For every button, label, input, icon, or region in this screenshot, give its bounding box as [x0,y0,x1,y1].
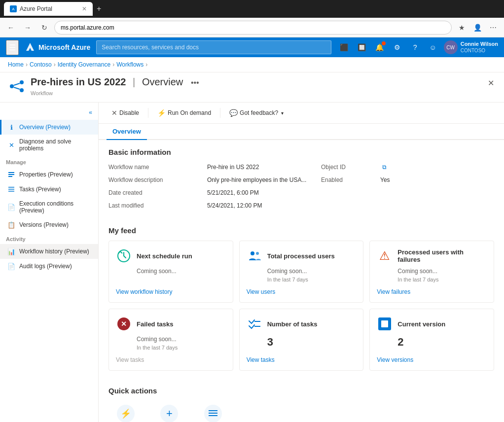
page-actions: ✕ [486,76,496,90]
notifications-icon[interactable]: 🔔 [373,40,387,54]
browser-tab[interactable]: A Azure Portal ✕ [4,2,93,16]
info-label-enabled: Enabled [321,175,380,185]
sidebar-item-overview[interactable]: ℹ Overview (Preview) [0,120,98,135]
sidebar-item-properties[interactable]: Properties (Preview) [0,167,98,182]
global-search[interactable] [96,40,331,54]
user-info: Connie Wilson CONTOSO [461,41,498,53]
view-versions-link[interactable]: View versions [377,352,487,363]
sidebar-label-versions: Versions (Preview) [19,221,69,228]
basic-info-title: Basic information [108,148,494,156]
settings-icon[interactable]: ⚙ [391,40,404,54]
current-version-title: Current version [397,320,445,328]
svg-rect-9 [8,189,14,190]
feedback-button[interactable]: 💬 Got feedback? ▾ [224,106,288,119]
feedback-icon[interactable]: ☺ [426,40,440,54]
extensions-button[interactable]: ★ [455,21,468,35]
disable-button[interactable]: ✕ Disable [107,106,144,119]
hamburger-menu[interactable]: ☰ [6,40,19,55]
number-of-tasks-icon [247,316,262,332]
feedback-dropdown-icon: ▾ [281,110,284,116]
help-icon[interactable]: ? [408,40,422,54]
address-bar[interactable] [54,21,452,35]
breadcrumb-workflows[interactable]: Workflows [116,61,144,68]
current-version-icon [377,316,393,332]
browser-chrome: A Azure Portal ✕ + [0,0,504,18]
info-grid: Workflow name Pre-hire in US 2022 Object… [108,162,494,211]
run-label: Run On demand [168,109,211,116]
svg-rect-7 [8,176,12,177]
sidebar-item-tasks[interactable]: Tasks (Preview) [0,182,98,197]
tab-bar: Overview [99,124,504,140]
page-type: Workflow [31,90,201,96]
cloud-shell-icon[interactable]: ⬛ [337,40,351,54]
svg-rect-17 [209,413,217,414]
info-value-object-id: ⧉ [380,162,494,172]
sidebar-label-diagnose: Diagnose and solve problems [19,138,92,152]
page-close-button[interactable]: ✕ [486,76,496,90]
copy-object-id-button[interactable]: ⧉ [382,164,387,171]
user-avatar: CW [444,40,458,54]
view-failures-link[interactable]: View failures [377,284,487,295]
feedback-label: Got feedback? [240,109,278,116]
card-processed-failures: ⚠ Processed users with failures Coming s… [369,241,494,303]
failed-tasks-subtitle: Coming soon... [137,336,226,343]
breadcrumb-home[interactable]: Home [8,61,24,68]
info-label-date-created: Date created [108,188,207,198]
notification-badge [382,41,386,45]
svg-point-1 [20,80,24,84]
view-users-link[interactable]: View users [247,284,357,295]
info-label-description: Workflow description [108,175,207,185]
new-tab-button[interactable]: + [97,4,101,13]
properties-icon [7,171,15,178]
view-history-icon [204,405,222,422]
svg-rect-6 [8,174,14,175]
content-area: « ℹ Overview (Preview) ✕ Diagnose and so… [0,103,504,422]
info-value-enabled: Yes [380,175,494,185]
view-workflow-history-link[interactable]: View workflow history [116,284,226,295]
quick-action-run-demand[interactable]: ⚡ Run on demand [108,405,143,422]
more-tools-button[interactable]: ⋯ [486,21,500,35]
svg-rect-16 [209,410,217,411]
sidebar-label-tasks: Tasks (Preview) [19,186,61,193]
tab-overview[interactable]: Overview [107,124,147,140]
sidebar-item-workflow-history[interactable]: 📊 Workflow history (Preview) [0,244,98,259]
breadcrumb-identity-governance[interactable]: Identity Governance [58,61,110,68]
forward-button[interactable]: → [21,21,35,35]
sidebar-item-diagnose[interactable]: ✕ Diagnose and solve problems [0,135,98,155]
sidebar-label-properties: Properties (Preview) [19,171,73,178]
user-profile[interactable]: CW Connie Wilson CONTOSO [444,40,498,54]
failed-tasks-icon: ✕ [116,316,132,332]
info-value-description: Only pre-hire employees in the USA... [207,175,321,185]
directory-icon[interactable]: 🔲 [355,40,369,54]
failed-tasks-timeframe: In the last 7 days [137,345,226,351]
info-label-last-modified: Last modified [108,201,207,211]
tab-title: Azure Portal [20,5,52,12]
page-header-left: Pre-hires in US 2022 | Overview ••• Work… [8,76,201,96]
card-header-total-processed: Total processed users [247,248,357,264]
sidebar-item-execution-conditions[interactable]: 📄 Execution conditions (Preview) [0,197,98,217]
card-number-of-tasks: Number of tasks 3 View tasks [239,309,364,371]
total-processed-subtitle: Coming soon... [267,268,357,275]
card-header-processed-failures: ⚠ Processed users with failures [377,248,487,264]
profile-button[interactable]: 👤 [470,21,484,35]
sidebar-collapse-button[interactable]: « [89,109,92,116]
browser-toolbar: ← → ↻ ★ 👤 ⋯ [0,18,504,37]
my-feed-section: My feed Next schedul [99,218,504,379]
close-tab-button[interactable]: ✕ [82,5,87,12]
more-options-button[interactable]: ••• [189,76,201,89]
svg-point-13 [256,252,259,255]
card-total-processed: Total processed users Coming soon... In … [239,241,364,303]
back-button[interactable]: ← [4,21,18,35]
breadcrumb-contoso[interactable]: Contoso [30,61,52,68]
quick-action-add-task[interactable]: + Add task [159,405,180,422]
number-of-tasks-value: 3 [267,336,357,349]
quick-action-view-history[interactable]: View workflow history [196,405,230,422]
sidebar-item-audit-logs[interactable]: 📄 Audit logs (Preview) [0,259,98,274]
sidebar-item-versions[interactable]: 📋 Versions (Preview) [0,217,98,232]
refresh-button[interactable]: ↻ [37,21,51,35]
card-current-version: Current version 2 View versions [369,309,494,371]
view-tasks-link[interactable]: View tasks [247,352,357,363]
run-on-demand-button[interactable]: ⚡ Run On demand [152,106,216,119]
add-task-icon: + [160,405,178,422]
svg-point-12 [251,251,254,255]
